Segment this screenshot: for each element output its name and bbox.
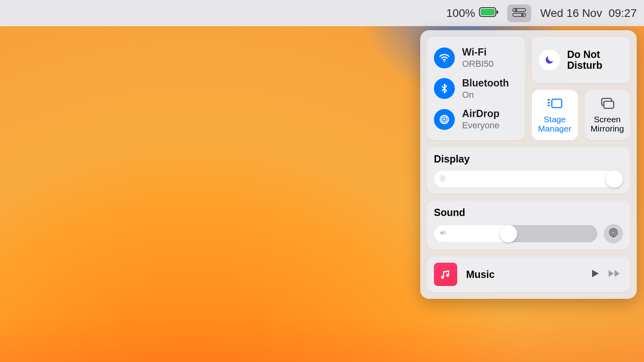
wifi-network-name: ORBI50 — [462, 59, 493, 69]
menubar-date-time[interactable]: Wed 16 Nov 09:27 — [540, 7, 637, 20]
svg-point-19 — [611, 230, 616, 235]
bluetooth-title: Bluetooth — [462, 77, 509, 89]
svg-point-6 — [521, 14, 524, 16]
bluetooth-toggle[interactable]: Bluetooth On — [434, 74, 518, 103]
airdrop-icon — [434, 109, 455, 130]
svg-rect-12 — [548, 102, 550, 103]
svg-rect-3 — [513, 8, 526, 12]
bluetooth-status: On — [462, 90, 509, 100]
svg-point-7 — [444, 61, 445, 62]
do-not-disturb-toggle[interactable]: Do NotDisturb — [532, 37, 630, 83]
wifi-toggle[interactable]: Wi-Fi ORBI50 — [434, 43, 518, 72]
battery-icon — [479, 7, 498, 20]
display-label: Display — [434, 153, 623, 165]
svg-point-8 — [443, 118, 446, 121]
svg-rect-11 — [548, 99, 550, 101]
control-center-panel: Wi-Fi ORBI50 Bluetooth On — [420, 30, 637, 299]
svg-rect-13 — [548, 105, 550, 106]
airdrop-title: AirDrop — [462, 108, 500, 119]
wifi-icon — [434, 47, 455, 68]
menu-bar: 100% Wed 16 Nov 09:27 — [0, 0, 644, 26]
music-app-icon — [434, 263, 457, 286]
brightness-slider[interactable] — [434, 171, 623, 187]
stage-manager-label: StageManager — [538, 115, 572, 133]
volume-knob[interactable] — [500, 225, 517, 243]
airdrop-status: Everyone — [462, 120, 500, 131]
sound-label: Sound — [434, 207, 623, 218]
moon-icon — [539, 49, 560, 70]
svg-point-4 — [515, 9, 517, 11]
stage-manager-icon — [546, 97, 563, 111]
svg-point-18 — [612, 231, 615, 234]
screen-mirroring-label: ScreenMirroring — [590, 115, 624, 133]
volume-slider[interactable] — [434, 225, 597, 242]
brightness-knob[interactable] — [605, 170, 623, 188]
sun-icon — [439, 174, 447, 184]
battery-percentage: 100% — [446, 7, 475, 20]
svg-rect-2 — [497, 10, 498, 14]
airplay-audio-button[interactable] — [604, 224, 623, 243]
sound-tile: Sound — [427, 200, 630, 250]
play-button[interactable] — [589, 268, 601, 281]
battery-status[interactable]: 100% — [446, 7, 499, 20]
stage-manager-toggle[interactable]: StageManager — [532, 90, 578, 140]
svg-point-17 — [442, 177, 444, 180]
airdrop-toggle[interactable]: AirDrop Everyone — [434, 105, 518, 134]
menubar-time: 09:27 — [609, 7, 637, 20]
speaker-icon — [439, 228, 448, 239]
bluetooth-icon — [434, 78, 455, 99]
svg-rect-14 — [552, 99, 562, 107]
squares-row: StageManager ScreenMirroring — [532, 90, 630, 140]
control-center-toggle[interactable] — [507, 4, 531, 22]
screen-mirroring-button[interactable]: ScreenMirroring — [584, 90, 631, 140]
now-playing-title: Music — [466, 269, 580, 280]
dnd-title: Do NotDisturb — [567, 49, 603, 71]
svg-rect-1 — [481, 9, 495, 15]
wifi-title: Wi-Fi — [462, 46, 493, 58]
connectivity-tile: Wi-Fi ORBI50 Bluetooth On — [427, 37, 525, 140]
control-center-icon — [512, 7, 526, 20]
screen-mirroring-icon — [599, 97, 616, 111]
next-button[interactable] — [608, 268, 623, 281]
menubar-date: Wed 16 Nov — [540, 7, 602, 20]
airplay-icon — [608, 228, 619, 240]
now-playing-tile[interactable]: Music — [427, 256, 630, 292]
svg-rect-5 — [513, 13, 526, 16]
svg-rect-16 — [604, 101, 614, 109]
display-tile: Display — [427, 147, 630, 194]
